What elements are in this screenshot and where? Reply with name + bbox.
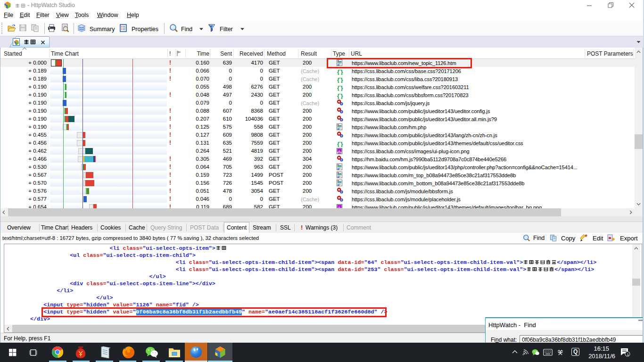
svg-text:1: 1 — [627, 353, 629, 357]
